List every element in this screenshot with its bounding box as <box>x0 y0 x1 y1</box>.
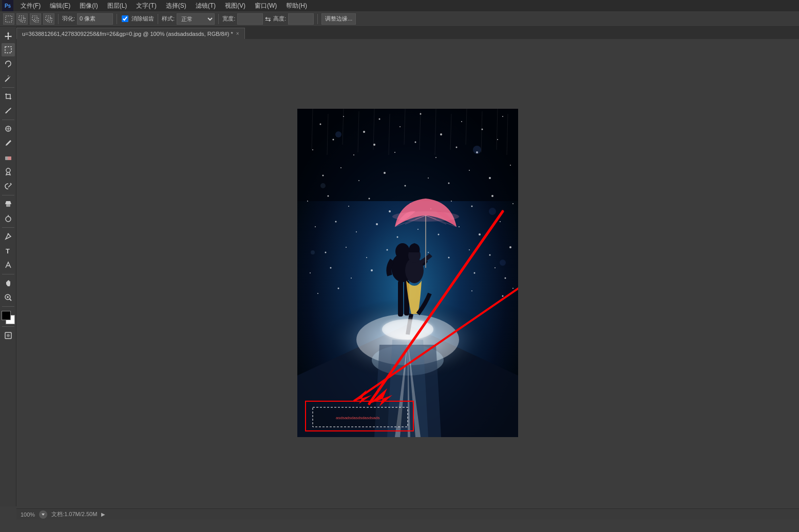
svg-point-49 <box>394 152 395 153</box>
doc-size-arrow[interactable]: ▶ <box>101 511 105 517</box>
image-container: asdsadsdasdsdasdsads <box>297 109 518 437</box>
intersect-selection-btn[interactable]: × <box>43 13 54 25</box>
svg-point-111 <box>489 208 496 215</box>
eyedropper-tool[interactable] <box>2 104 15 117</box>
svg-point-57 <box>358 180 359 181</box>
swap-icon[interactable]: ⇆ <box>265 15 271 23</box>
svg-point-65 <box>307 201 308 202</box>
svg-point-37 <box>363 131 365 133</box>
svg-point-72 <box>451 201 452 202</box>
foreground-color[interactable] <box>2 311 11 320</box>
marquee-tool[interactable] <box>2 43 15 56</box>
type-tool[interactable]: T <box>2 244 15 258</box>
svg-point-100 <box>474 272 475 273</box>
svg-point-69 <box>389 210 391 212</box>
svg-point-80 <box>397 236 398 238</box>
width-input[interactable] <box>237 13 263 25</box>
style-select[interactable]: 正常 固定比例 固定大小 <box>177 13 215 25</box>
svg-point-104 <box>338 287 339 289</box>
svg-point-54 <box>497 139 498 140</box>
menu-edit[interactable]: 编辑(E) <box>46 1 74 11</box>
svg-point-42 <box>461 121 462 122</box>
status-bar: 100% 文档:1.07M/2.50M ▶ <box>16 508 799 520</box>
svg-point-55 <box>322 174 324 176</box>
move-tool[interactable] <box>2 29 15 42</box>
antialiasing-checkbox[interactable] <box>122 15 128 22</box>
menu-type[interactable]: 文字(T) <box>132 1 160 11</box>
menu-select[interactable]: 选择(S) <box>162 1 191 11</box>
svg-point-105 <box>471 290 472 291</box>
dodge-tool[interactable] <box>2 212 15 225</box>
paint-bucket-tool[interactable] <box>2 198 15 211</box>
svg-point-62 <box>469 170 470 171</box>
adjust-edge-btn[interactable]: 调整边缘... <box>321 13 356 25</box>
svg-point-96 <box>310 272 311 273</box>
scene-canvas: asdsadsdasdsdasdsads <box>297 109 518 437</box>
svg-point-60 <box>428 178 429 179</box>
menu-file[interactable]: 文件(F) <box>16 1 45 11</box>
color-swatches[interactable] <box>2 311 15 324</box>
svg-point-97 <box>330 267 332 268</box>
zoom-tool[interactable] <box>2 291 15 304</box>
svg-point-51 <box>435 157 436 158</box>
svg-point-92 <box>448 257 450 258</box>
svg-point-99 <box>371 269 373 271</box>
svg-point-50 <box>415 141 416 143</box>
brush-tool[interactable] <box>2 136 15 150</box>
new-selection-btn[interactable] <box>3 13 14 25</box>
magic-wand-tool[interactable] <box>2 72 15 85</box>
left-tool-panel: T <box>0 27 16 506</box>
crop-tool[interactable] <box>2 90 15 103</box>
svg-point-82 <box>438 233 440 235</box>
svg-line-14 <box>9 76 10 77</box>
svg-point-67 <box>348 206 349 207</box>
tab-close-btn[interactable]: × <box>236 31 239 36</box>
lasso-tool[interactable] <box>2 57 15 71</box>
tool-sep-3 <box>2 195 14 195</box>
subtract-selection-btn[interactable]: - <box>30 13 41 25</box>
svg-point-64 <box>510 165 511 166</box>
svg-point-109 <box>473 146 481 154</box>
history-brush-tool[interactable] <box>2 180 15 193</box>
svg-text:×: × <box>50 16 52 19</box>
menu-window[interactable]: 窗口(W) <box>251 1 281 11</box>
svg-rect-19 <box>8 156 11 160</box>
separator-1 <box>58 14 59 24</box>
eraser-tool[interactable] <box>2 151 15 164</box>
document-tab[interactable]: u=3638812661,42783092258&fm=26&gp=0.jpg … <box>16 28 245 39</box>
svg-point-35 <box>320 123 321 125</box>
path-selection-tool[interactable] <box>2 259 15 272</box>
separator-2 <box>117 14 117 24</box>
svg-rect-137 <box>398 281 403 317</box>
svg-point-32 <box>7 334 10 337</box>
svg-point-136 <box>395 243 410 260</box>
svg-point-74 <box>491 195 493 197</box>
pen-tool[interactable] <box>2 230 15 243</box>
svg-point-79 <box>376 223 378 225</box>
heal-tool[interactable] <box>2 122 15 135</box>
menu-image[interactable]: 图像(I) <box>75 1 102 11</box>
clone-tool[interactable] <box>2 165 15 179</box>
svg-rect-34 <box>297 109 518 201</box>
svg-point-52 <box>456 146 458 148</box>
add-selection-btn[interactable]: + <box>16 13 28 25</box>
feather-label: 羽化: <box>62 15 75 23</box>
menu-layer[interactable]: 图层(L) <box>103 1 131 11</box>
svg-marker-158 <box>42 514 45 516</box>
svg-point-48 <box>373 144 375 146</box>
svg-point-89 <box>387 249 388 250</box>
feather-input[interactable] <box>77 13 113 25</box>
status-toggle-btn[interactable] <box>39 510 47 519</box>
svg-point-86 <box>325 251 327 253</box>
menu-filter[interactable]: 滤镜(T) <box>192 1 220 11</box>
quick-mask-btn[interactable] <box>2 329 15 342</box>
hand-tool[interactable] <box>2 277 15 290</box>
menu-help[interactable]: 帮助(H) <box>282 1 311 11</box>
width-label: 宽度: <box>222 15 235 23</box>
svg-point-95 <box>509 246 511 248</box>
svg-point-88 <box>366 257 367 258</box>
svg-point-98 <box>351 278 352 279</box>
svg-point-63 <box>489 177 491 179</box>
height-input[interactable] <box>288 13 314 25</box>
menu-view[interactable]: 视图(V) <box>221 1 250 11</box>
